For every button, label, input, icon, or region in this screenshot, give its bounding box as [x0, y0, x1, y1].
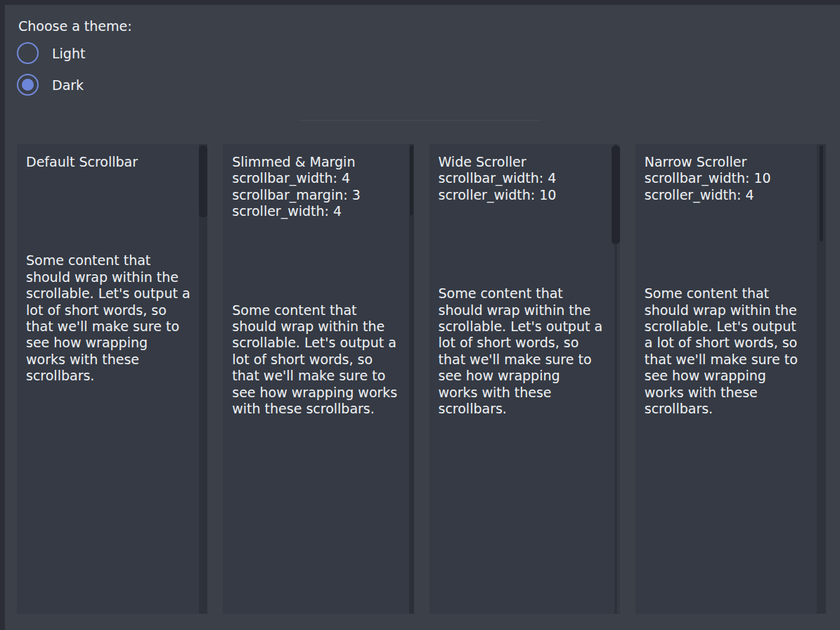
panel-title: Default Scrollbar	[26, 154, 190, 170]
scrollable-content[interactable]: Default Scrollbar Some content that shou…	[17, 144, 199, 614]
scrollbar-track[interactable]	[199, 144, 207, 614]
scrollable-content[interactable]: Narrow Scroller scrollbar_width: 10 scro…	[635, 144, 817, 614]
radio-selected-icon[interactable]	[17, 74, 39, 96]
panel-title: Narrow Scroller scrollbar_width: 10 scro…	[645, 154, 808, 203]
panel-body-text: Some content that should wrap within the…	[439, 285, 603, 417]
scrollbar-track[interactable]	[817, 144, 826, 614]
panel-title-line: Narrow Scroller	[645, 154, 808, 170]
scrollbar-thumb[interactable]	[410, 146, 413, 215]
theme-chooser: Choose a theme: Light Dark	[0, 0, 840, 96]
scrollable-content[interactable]: Wide Scroller scrollbar_width: 4 scrolle…	[429, 144, 612, 614]
panels-row: Default Scrollbar Some content that shou…	[17, 144, 826, 614]
spacer	[26, 170, 190, 252]
radio-label-dark: Dark	[52, 77, 84, 94]
theme-chooser-label: Choose a theme:	[18, 18, 840, 34]
scrollbar-track[interactable]	[409, 144, 414, 614]
spacer	[232, 220, 399, 302]
radio-option-light[interactable]: Light	[17, 42, 85, 64]
panel-title-line: Default Scrollbar	[26, 154, 190, 170]
radio-unselected-icon[interactable]	[17, 42, 39, 64]
scrollable-content[interactable]: Slimmed & Margin scrollbar_width: 4 scro…	[223, 144, 407, 614]
panel-title-line: scrollbar_width: 4	[439, 170, 603, 186]
panel-title-line: Wide Scroller	[439, 154, 603, 170]
scrollbar-track[interactable]	[612, 144, 620, 614]
radio-option-dark[interactable]: Dark	[17, 74, 84, 96]
panel-title-line: scrollbar_width: 4	[232, 170, 399, 186]
scrollbar-thumb[interactable]	[820, 146, 823, 241]
panel-wide-scroller: Wide Scroller scrollbar_width: 4 scrolle…	[429, 144, 620, 614]
panel-slimmed-margin: Slimmed & Margin scrollbar_width: 4 scro…	[223, 144, 413, 614]
panel-title: Slimmed & Margin scrollbar_width: 4 scro…	[232, 154, 399, 220]
panel-body-text: Some content that should wrap within the…	[232, 302, 399, 418]
panel-title-line: scrollbar_margin: 3	[232, 187, 399, 203]
radio-label-light: Light	[52, 45, 85, 62]
scrollbar-thumb[interactable]	[199, 146, 207, 217]
panel-default-scrollbar: Default Scrollbar Some content that shou…	[17, 144, 207, 614]
panel-title-line: scroller_width: 4	[232, 203, 399, 219]
panel-title: Wide Scroller scrollbar_width: 4 scrolle…	[439, 154, 603, 203]
spacer	[439, 203, 603, 285]
panel-body-text: Some content that should wrap within the…	[26, 252, 190, 384]
panel-title-line: scroller_width: 10	[439, 187, 603, 203]
panel-title-line: scroller_width: 4	[645, 187, 808, 203]
panel-narrow-scroller: Narrow Scroller scrollbar_width: 10 scro…	[635, 144, 826, 614]
panel-title-line: scrollbar_width: 10	[645, 170, 808, 186]
panel-body-text: Some content that should wrap within the…	[645, 285, 808, 417]
panel-title-line: Slimmed & Margin	[232, 154, 399, 170]
scrollbar-thumb[interactable]	[612, 146, 620, 244]
divider	[299, 120, 541, 121]
spacer	[645, 203, 808, 285]
